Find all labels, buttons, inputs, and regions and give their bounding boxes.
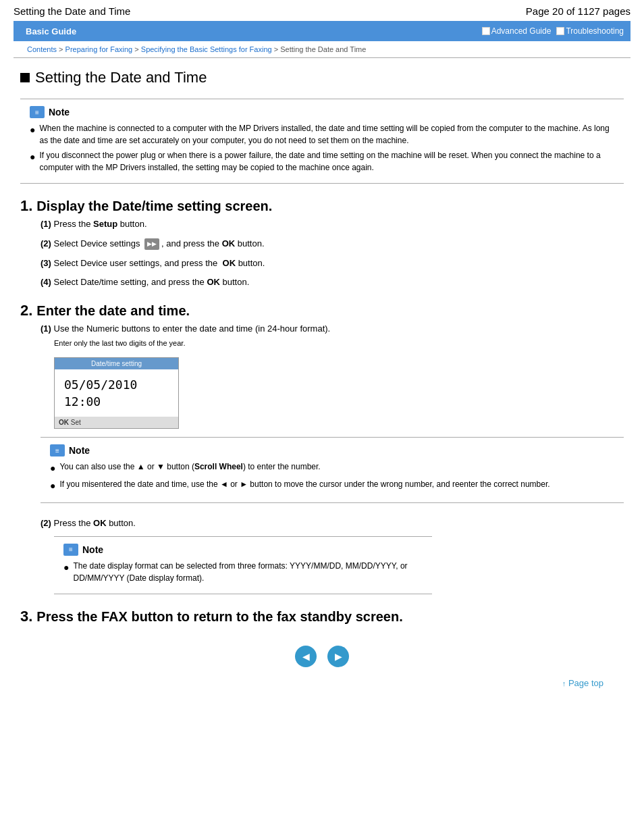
step-2-sub-2-num: (2) xyxy=(41,518,51,528)
prev-arrow[interactable]: ◀ xyxy=(295,646,317,667)
screen-footer-label: Set xyxy=(71,419,81,426)
step-1-label: Display the Date/time setting screen. xyxy=(36,199,272,214)
step-1-block: 1. Display the Date/time setting screen.… xyxy=(20,197,624,290)
note-label-3: Note xyxy=(82,544,103,555)
step-2-num: 2. xyxy=(20,302,32,319)
screen-line2: 12:00 xyxy=(64,393,169,410)
breadcrumb-current: Setting the Date and Time xyxy=(280,45,366,53)
screen-title-bar: Date/time setting xyxy=(55,358,178,369)
next-arrow[interactable]: ▶ xyxy=(327,646,349,667)
breadcrumb-preparing[interactable]: Preparing for Faxing xyxy=(65,45,133,53)
step-2-number: 2. Enter the date and time. xyxy=(20,302,624,319)
step-1-content: (1) Press the Setup button. (2) Select D… xyxy=(41,217,624,290)
note-text-1-1: When the machine is connected to a compu… xyxy=(39,122,614,147)
page-header: Setting the Date and Time Page 20 of 112… xyxy=(0,0,644,21)
note-header-1: ≡ Note xyxy=(30,106,614,118)
breadcrumb-sep1: > xyxy=(59,45,65,53)
step-2-sub-1-num: (1) xyxy=(41,323,51,334)
note-label-2: Note xyxy=(69,445,90,456)
screen-mockup: Date/time setting 05/05/2010 12:00 OK Se… xyxy=(54,357,179,429)
note-item-2-2: ● If you misentered the date and time, u… xyxy=(50,478,614,493)
note-box-2: ≡ Note ● You can also use the ▲ or ▼ but… xyxy=(41,437,624,503)
device-settings-icon: ▶▶ xyxy=(144,238,159,249)
breadcrumb-contents[interactable]: Contents xyxy=(27,45,57,53)
note-label-1: Note xyxy=(49,107,70,118)
breadcrumb: Contents > Preparing for Faxing > Specif… xyxy=(14,41,630,58)
page-top[interactable]: ↑ Page top xyxy=(20,674,624,702)
page-title-text: Setting the Date and Time xyxy=(35,69,207,86)
nav-bar: Basic Guide Advanced Guide Troubleshooti… xyxy=(14,21,630,41)
note-text-3-1: The date display format can be selected … xyxy=(73,560,423,584)
note-bullet-2-1: ● xyxy=(50,461,55,475)
note-item-1-1: ● When the machine is connected to a com… xyxy=(30,122,614,147)
note-text-1-2: If you disconnect the power plug or when… xyxy=(39,149,614,174)
page-top-label: Page top xyxy=(568,678,603,688)
doc-title: Setting the Date and Time xyxy=(14,5,130,17)
breadcrumb-sep3: > xyxy=(274,45,280,53)
step-2-sub-1-text: Use the Numeric buttons to enter the dat… xyxy=(54,323,331,334)
note-icon-1: ≡ xyxy=(30,106,45,118)
step-1-sub-3-num: (3) xyxy=(41,258,51,268)
fax-bold: FAX xyxy=(101,609,128,624)
screen-ok: OK xyxy=(59,419,69,426)
screen-body: 05/05/2010 12:00 xyxy=(55,369,178,417)
troubleshooting-checkbox[interactable] xyxy=(556,27,564,35)
breadcrumb-specifying[interactable]: Specifying the Basic Settings for Faxing xyxy=(141,45,272,53)
screen-footer: OK Set xyxy=(55,417,178,428)
nav-arrows: ◀ ▶ xyxy=(20,646,624,667)
note-text-2-1: You can also use the ▲ or ▼ button (Scro… xyxy=(59,461,320,473)
ok-bold-4: OK xyxy=(93,518,107,528)
step-3-number: 3. Press the FAX button to return to the… xyxy=(20,608,624,625)
page-top-link[interactable]: ↑ Page top xyxy=(562,678,603,688)
advanced-guide-checkbox[interactable] xyxy=(482,27,490,35)
note-item-2-1: ● You can also use the ▲ or ▼ button (Sc… xyxy=(50,461,614,475)
step-1-sub-1-num: (1) xyxy=(41,219,51,229)
title-square-icon xyxy=(20,73,30,82)
note-bullet-1-1: ● xyxy=(30,123,35,137)
ok-bold-1: OK xyxy=(222,238,236,249)
step-2-label: Enter the date and time. xyxy=(36,303,190,319)
note-bullet-1-2: ● xyxy=(30,150,35,164)
step-1-sub-2: (2) Select Device settings ▶▶, and press… xyxy=(41,237,624,251)
advanced-guide-link[interactable]: Advanced Guide xyxy=(491,26,552,36)
up-arrow-icon: ↑ xyxy=(562,679,566,687)
note-header-3: ≡ Note xyxy=(63,544,423,556)
step-1-sub-1: (1) Press the Setup button. xyxy=(41,217,624,232)
step-2-sub-1-sub: Enter only the last two digits of the ye… xyxy=(54,339,185,347)
note-bullet-2-2: ● xyxy=(50,479,55,493)
note-header-2: ≡ Note xyxy=(50,444,614,457)
note-item-3-1: ● The date display format can be selecte… xyxy=(63,560,423,584)
ok-bold-2: OK xyxy=(223,258,236,268)
note-icon-3: ≡ xyxy=(63,544,78,556)
scroll-wheel-bold: Scroll Wheel xyxy=(194,462,243,471)
note-text-2-2: If you misentered the date and time, use… xyxy=(59,478,549,490)
page-title-block: Setting the Date and Time xyxy=(20,69,624,86)
step-1-sub-4: (4) Select Date/time setting, and press … xyxy=(41,276,624,290)
step-2-content: (1) Use the Numeric buttons to enter the… xyxy=(41,322,624,594)
step-1-sub-4-num: (4) xyxy=(41,277,51,287)
note-bullet-3-1: ● xyxy=(63,561,69,575)
note-box-1: ≡ Note ● When the machine is connected t… xyxy=(20,99,624,184)
main-content: Setting the Date and Time ≡ Note ● When … xyxy=(0,58,644,712)
step-3-block: 3. Press the FAX button to return to the… xyxy=(20,608,624,625)
step-2-sub-2: (2) Press the OK button. xyxy=(41,517,624,531)
basic-guide-label: Basic Guide xyxy=(20,24,82,39)
note-icon-2: ≡ xyxy=(50,444,65,457)
step-3-num: 3. xyxy=(20,608,32,625)
screen-line1: 05/05/2010 xyxy=(64,376,169,393)
step-1-number: 1. Display the Date/time setting screen. xyxy=(20,197,624,215)
troubleshooting-link[interactable]: Troubleshooting xyxy=(566,26,624,36)
pagination: Page 20 of 1127 pages xyxy=(526,5,630,17)
breadcrumb-sep2: > xyxy=(134,45,140,53)
step-1-sub-3: (3) Select Device user settings, and pre… xyxy=(41,257,624,271)
setup-bold: Setup xyxy=(93,219,117,229)
ok-bold-3: OK xyxy=(207,277,220,287)
step-1-sub-2-num: (2) xyxy=(41,238,51,249)
step-2-block: 2. Enter the date and time. (1) Use the … xyxy=(20,302,624,594)
note-box-3: ≡ Note ● The date display format can be … xyxy=(54,536,432,594)
step-1-num: 1. xyxy=(20,197,32,215)
note-item-1-2: ● If you disconnect the power plug or wh… xyxy=(30,149,614,174)
nav-bar-right: Advanced Guide Troubleshooting xyxy=(482,26,624,36)
step-3-label: Press the FAX button to return to the fa… xyxy=(36,609,402,625)
step-2-sub-1: (1) Use the Numeric buttons to enter the… xyxy=(41,322,624,350)
